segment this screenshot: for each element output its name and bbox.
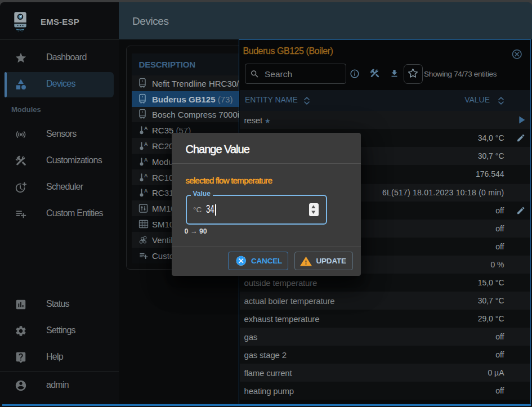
svg-text:A: A bbox=[144, 141, 148, 147]
svg-text:A: A bbox=[144, 156, 148, 162]
svg-text:A: A bbox=[144, 126, 148, 131]
svg-text:A: A bbox=[144, 188, 148, 194]
svg-text:A: A bbox=[144, 172, 148, 178]
